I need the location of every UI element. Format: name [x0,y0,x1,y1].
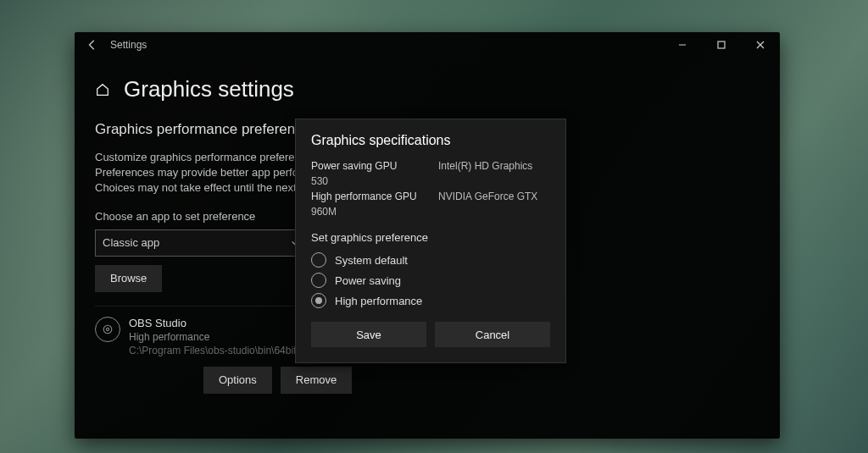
maximize-button[interactable] [702,32,741,58]
page-title: Graphics settings [124,76,294,102]
power-gpu-row: Power saving GPUIntel(R) HD Graphics 530 [311,158,550,189]
radio-high-performance[interactable]: High performance [311,293,550,308]
power-gpu-label: Power saving GPU [311,158,438,174]
page-header: Graphics settings [95,76,760,102]
radio-icon [311,273,326,288]
set-preference-label: Set graphics preference [311,231,550,244]
browse-button[interactable]: Browse [95,265,162,292]
dialog-buttons: Save Cancel [311,322,550,347]
high-gpu-row: High performance GPUNVIDIA GeForce GTX 9… [311,189,550,219]
settings-window: Settings Graphics settings Graphics perf… [75,32,780,439]
titlebar: Settings [75,32,780,58]
radio-icon [311,252,326,268]
desktop-background: Settings Graphics settings Graphics perf… [0,0,868,453]
app-type-value: Classic app [103,236,159,249]
home-icon[interactable] [95,82,110,97]
svg-point-1 [103,325,112,334]
obs-icon [95,317,120,342]
radio-label: Power saving [335,274,401,287]
svg-point-2 [106,328,108,330]
radio-system-default[interactable]: System default [311,252,550,268]
app-buttons: Options Remove [203,367,760,394]
caption-buttons [663,32,780,58]
app-type-select[interactable]: Classic app [95,229,307,257]
close-button[interactable] [741,32,780,58]
radio-label: System default [335,254,408,267]
cancel-button[interactable]: Cancel [435,322,550,347]
back-button[interactable] [86,39,98,51]
options-button[interactable]: Options [203,367,272,394]
dialog-title: Graphics specifications [311,133,550,148]
minimize-button[interactable] [663,32,702,58]
save-button[interactable]: Save [311,322,426,347]
high-gpu-label: High performance GPU [311,189,438,204]
radio-label: High performance [335,295,422,307]
radio-power-saving[interactable]: Power saving [311,273,550,288]
graphics-spec-dialog: Graphics specifications Power saving GPU… [295,119,566,363]
remove-button[interactable]: Remove [281,367,352,394]
radio-icon-selected [311,293,326,308]
window-title: Settings [110,39,147,51]
svg-rect-0 [718,41,725,48]
